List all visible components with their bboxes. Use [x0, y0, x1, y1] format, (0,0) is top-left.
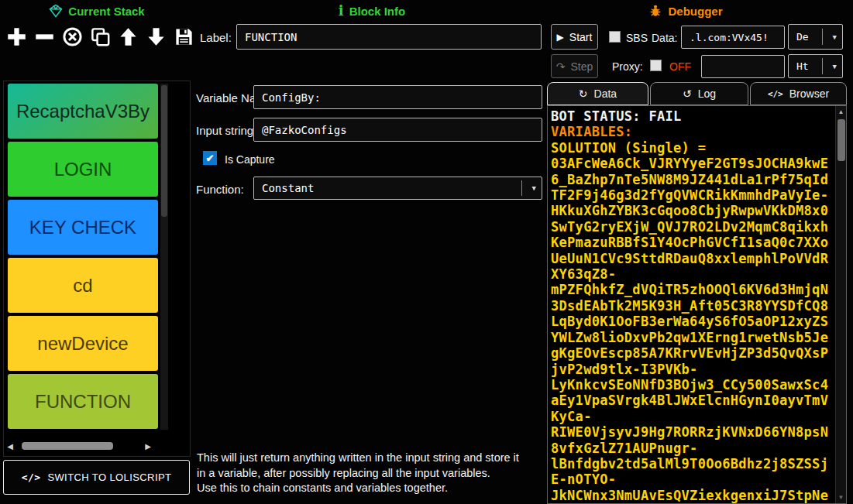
play-icon: ▶ — [557, 32, 564, 43]
dropdown-separator — [521, 180, 522, 196]
stack-block-label: LOGIN — [54, 159, 112, 180]
chevron-down-icon: ▼ — [833, 63, 837, 70]
debugger-output: BOT STATUS: FAILVARIABLES:SOLUTION (Sing… — [547, 105, 847, 504]
step-button[interactable]: ↷ Step — [551, 54, 598, 78]
stack-block-cd[interactable]: cd — [8, 258, 158, 313]
log-line: gKgEOvEscp85A7KRrvVEvHjZP3d5QvQXsP — [551, 345, 834, 361]
step-button-label: Step — [570, 60, 593, 73]
sbs-checkbox[interactable] — [609, 31, 621, 43]
info-icon: i — [339, 4, 344, 18]
data-input-value: .l.com:VVx45! — [690, 32, 769, 43]
log-line: XY63qZ8- — [551, 266, 834, 282]
stack-block-login[interactable]: LOGIN — [8, 142, 158, 197]
log-line: SOLUTION (Single) = — [551, 140, 834, 156]
log-scrollbar-thumb[interactable] — [838, 119, 845, 161]
stack-block-label: KEY CHECK — [29, 217, 136, 238]
data-input[interactable]: .l.com:VVx45! — [681, 26, 785, 49]
data-type-dropdown[interactable]: De ▼ — [788, 24, 843, 50]
tab-browser[interactable]: </>Browser — [750, 82, 847, 105]
log-line: SwTyG2ryEXjW_QVJ7RO2LDv2MqmC8qikxh — [551, 219, 834, 235]
switch-to-loliscript-button[interactable]: </> SWITCH TO LOLISCRIPT — [3, 460, 190, 495]
stack-vertical-scrollbar[interactable] — [160, 84, 168, 430]
start-button[interactable]: ▶ Start — [551, 24, 598, 50]
function-label: Function: — [196, 183, 244, 196]
tab-data[interactable]: ↻Data — [547, 82, 648, 105]
stack-block-newdevice[interactable]: newDevice — [8, 316, 158, 371]
dropdown-separator — [822, 29, 823, 46]
log-line: TF2F9j46g3d2fYgQVWCRikKmmhdPaVyIe- — [551, 187, 834, 203]
function-dropdown[interactable]: Constant ▼ — [253, 177, 542, 200]
horizontal-scrollbar-thumb[interactable] — [22, 442, 113, 450]
refresh-icon: ↻ — [579, 87, 588, 100]
input-string-input[interactable]: @FazkoConfigs — [253, 118, 542, 142]
label-input[interactable]: FUNCTION — [236, 24, 542, 50]
sbs-label: SBS — [626, 32, 648, 44]
tab-label: Browser — [789, 87, 829, 100]
bug-icon — [648, 4, 662, 18]
proxy-checkbox[interactable] — [650, 60, 662, 71]
variable-name-value: ConfigBy: — [262, 91, 321, 104]
log-line: LyKnkcvSEoNNfD3BOjw3_CCy500SawxSc4 — [551, 377, 834, 393]
log-line: HKkuXGhZYBK3cGqoo8CbjyRwpwVKkDM8x0 — [551, 203, 834, 218]
stack-toolbar — [5, 22, 196, 50]
log-line: RIWE0VjsyvJ9Hg7RORRzjKVNxD66YN8psN — [551, 424, 834, 440]
dropdown-separator — [822, 58, 823, 74]
tab-label: Log — [698, 87, 716, 100]
chevron-down-icon: ▼ — [833, 33, 837, 41]
log-line: LqByd0K1OoFB3erWa64yS6fO5aOP12xyZS — [551, 314, 834, 329]
log-line: lBnfdgbv2td5alMl9T0Oo6Bdhz2j8SZSSj — [551, 456, 834, 471]
is-capture-label: Is Capture — [225, 153, 275, 166]
block-info-header: i Block Info — [275, 2, 469, 19]
stack-horizontal-scrollbar: ◀ ▶ — [5, 440, 153, 452]
horizontal-scrollbar-track[interactable] — [15, 440, 143, 452]
log-line: 6_BaZhp7nTe5NW8M9JZ441dLa1rPf75qId — [551, 172, 834, 187]
log-line: jvP2wd9tlx-I3PVKb- — [551, 362, 834, 377]
block-description: This will just return anything written i… — [197, 451, 544, 496]
debugger-header: Debugger — [604, 2, 767, 19]
history-icon: ↺ — [683, 87, 692, 100]
log-line: aEy1VpaSVrgk4BlJWxElcnHGynI0ayvTmV — [551, 393, 834, 408]
log-line: 03AFcWeA6Ck_VJRYYyeF2GT9sJOCHA9kwE — [551, 156, 834, 171]
save-icon[interactable] — [172, 22, 196, 50]
data-label: Data: — [652, 32, 677, 44]
stack-icon — [49, 4, 63, 18]
app-window: Current Stack i Block Info Debugger — [0, 0, 853, 504]
is-capture-checkbox[interactable]: ✔ — [203, 151, 217, 165]
stack-block-key-check[interactable]: KEY CHECK — [8, 200, 158, 255]
stack-block-label: RecaptchaV3By — [16, 101, 150, 122]
clone-block-icon[interactable] — [88, 22, 112, 50]
proxy-input[interactable] — [701, 55, 785, 78]
proxy-type-dropdown[interactable]: Ht ▼ — [788, 54, 843, 78]
stack-list: RecaptchaV3ByLOGINKEY CHECKcdnewDeviceFU… — [8, 84, 158, 432]
tab-log[interactable]: ↺Log — [650, 82, 748, 105]
switch-button-label: SWITCH TO LOLISCRIPT — [47, 471, 171, 483]
stack-block-function[interactable]: FUNCTION — [8, 374, 158, 429]
code-icon: </> — [22, 471, 41, 483]
stack-block-recaptchav3by[interactable]: RecaptchaV3By — [8, 84, 158, 139]
start-button-label: Start — [569, 31, 593, 43]
input-string-value: @FazkoConfigs — [262, 124, 347, 136]
log-line: VARIABLES: — [551, 124, 834, 139]
input-string-label: Input string: — [196, 124, 256, 137]
scroll-up-icon[interactable]: ▲ — [836, 108, 846, 115]
scroll-right-icon[interactable]: ▶ — [143, 442, 153, 451]
move-up-icon[interactable] — [116, 22, 140, 50]
add-block-icon[interactable] — [5, 22, 29, 50]
debugger-title: Debugger — [668, 5, 722, 18]
block-info-title: Block Info — [349, 5, 406, 18]
function-value: Constant — [262, 182, 314, 194]
log-line: 8vfxGzlZ71AUPnugr- — [551, 441, 834, 456]
log-line: 3DsdEAbTk2M5K93H_Aft05C3R8YYSDfCQ8 — [551, 298, 834, 314]
scroll-down-icon[interactable]: ▼ — [836, 494, 846, 501]
scroll-left-icon[interactable]: ◀ — [5, 442, 15, 451]
vertical-scrollbar-thumb[interactable] — [161, 85, 167, 217]
log-scrollbar[interactable]: ▲ ▼ — [835, 106, 846, 503]
disable-block-icon[interactable] — [60, 22, 84, 50]
label-caption: Label: — [200, 31, 232, 44]
move-down-icon[interactable] — [144, 22, 168, 50]
variable-name-input[interactable]: ConfigBy: — [253, 85, 542, 109]
remove-block-icon[interactable] — [33, 22, 57, 50]
step-icon: ↷ — [556, 60, 566, 73]
proxy-status: OFF — [669, 60, 691, 73]
debugger-log-lines: BOT STATUS: FAILVARIABLES:SOLUTION (Sing… — [551, 108, 834, 503]
